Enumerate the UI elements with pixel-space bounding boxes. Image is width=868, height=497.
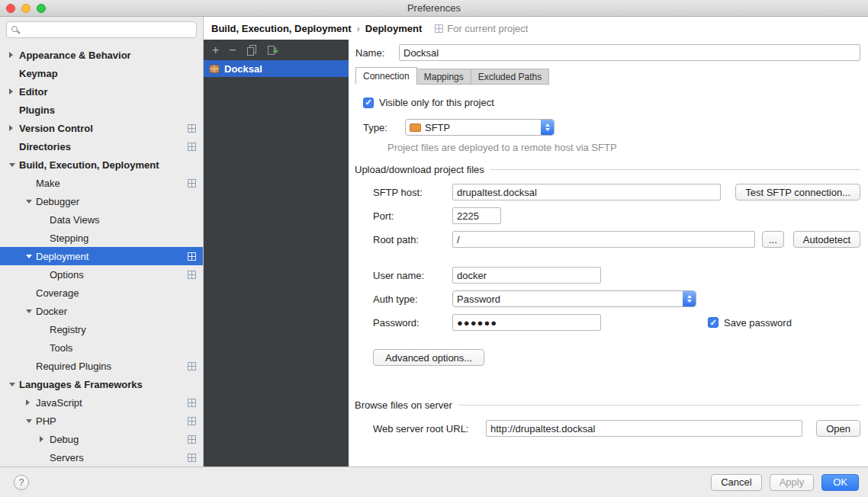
deployment-tabs: Connection Mappings Excluded Paths — [355, 67, 860, 85]
sidebar-item-servers[interactable]: Servers — [0, 448, 203, 467]
search-box[interactable] — [6, 21, 197, 38]
settings-tree: Appearance & Behavior Keymap Editor Plug… — [0, 42, 203, 467]
visible-only-checkbox[interactable]: ✓ — [363, 98, 374, 108]
save-password-label: Save password — [724, 317, 792, 329]
sidebar-item-editor[interactable]: Editor — [0, 82, 203, 101]
zoom-button[interactable] — [37, 4, 46, 13]
title-bar: Preferences — [0, 0, 868, 17]
chevron-down-icon[interactable] — [26, 419, 36, 423]
breadcrumb-section[interactable]: Build, Execution, Deployment — [211, 23, 351, 34]
help-button[interactable]: ? — [14, 475, 29, 490]
sidebar-item-keymap[interactable]: Keymap — [0, 64, 203, 82]
sidebar-item-deployment[interactable]: Deployment — [0, 247, 203, 265]
user-name-label: User name: — [373, 270, 452, 281]
tab-excluded-paths[interactable]: Excluded Paths — [471, 69, 549, 85]
current-project-icon — [188, 252, 196, 261]
dropdown-stepper-icon — [541, 120, 554, 135]
user-name-input[interactable] — [452, 267, 601, 284]
ok-button[interactable]: OK — [821, 474, 859, 491]
auth-type-value: Password — [457, 293, 500, 305]
sidebar-item-stepping[interactable]: Stepping — [0, 229, 203, 247]
sidebar-item-languages-frameworks[interactable]: Languages & Frameworks — [0, 375, 203, 393]
sidebar-item-options[interactable]: Options — [0, 265, 203, 284]
current-project-icon — [188, 271, 196, 279]
apply-button[interactable]: Apply — [770, 474, 815, 491]
sidebar-item-directories[interactable]: Directories — [0, 137, 203, 156]
add-server-icon[interactable]: + — [212, 44, 219, 56]
traffic-lights — [6, 4, 46, 13]
current-project-icon — [188, 435, 196, 444]
server-list-toolbar: + − — [204, 40, 349, 60]
import-icon[interactable] — [267, 45, 278, 56]
search-input[interactable] — [24, 24, 191, 35]
sidebar-item-debug[interactable]: Debug — [0, 430, 203, 448]
close-button[interactable] — [6, 4, 15, 13]
scope-label: For current project — [447, 23, 528, 34]
scope-indicator: For current project — [435, 23, 528, 34]
minimize-button[interactable] — [21, 4, 31, 13]
type-select[interactable]: SFTP — [405, 119, 555, 136]
breadcrumb-page: Deployment — [365, 23, 422, 34]
current-project-icon — [435, 24, 443, 33]
dialog-footer: ? Cancel Apply OK — [0, 467, 868, 497]
chevron-right-icon[interactable] — [26, 399, 36, 406]
sidebar-item-required-plugins[interactable]: Required Plugins — [0, 357, 203, 375]
server-list-panel: + − — [204, 40, 349, 467]
name-label: Name: — [355, 47, 399, 59]
chevron-right-icon[interactable] — [9, 125, 19, 131]
sftp-server-icon — [209, 64, 220, 74]
auth-type-select[interactable]: Password — [452, 290, 696, 307]
chevron-down-icon[interactable] — [26, 200, 36, 204]
advanced-options-button[interactable]: Advanced options... — [373, 349, 484, 366]
sidebar-item-make[interactable]: Make — [0, 174, 203, 192]
copy-icon[interactable] — [246, 45, 257, 56]
tab-connection[interactable]: Connection — [355, 67, 417, 85]
chevron-right-icon[interactable] — [40, 436, 50, 442]
password-input[interactable] — [452, 314, 601, 331]
auth-type-label: Auth type: — [373, 293, 452, 305]
name-input[interactable] — [399, 44, 860, 61]
port-input[interactable] — [452, 207, 501, 224]
open-button[interactable]: Open — [816, 420, 860, 437]
current-project-icon — [188, 143, 196, 151]
remove-server-icon[interactable]: − — [229, 44, 236, 56]
server-list-item-docksal[interactable]: Docksal — [204, 60, 349, 77]
chevron-down-icon[interactable] — [26, 255, 36, 258]
sidebar-item-registry[interactable]: Registry — [0, 320, 203, 338]
browse-root-path-button[interactable]: ... — [762, 231, 784, 248]
sidebar-item-version-control[interactable]: Version Control — [0, 119, 203, 137]
autodetect-button[interactable]: Autodetect — [793, 231, 860, 248]
sidebar-item-docker[interactable]: Docker — [0, 302, 203, 320]
sidebar-item-build-execution-deployment[interactable]: Build, Execution, Deployment — [0, 156, 203, 174]
save-password-checkbox[interactable]: ✓ — [708, 317, 719, 328]
settings-sidebar: Appearance & Behavior Keymap Editor Plug… — [0, 17, 204, 467]
sftp-host-label: SFTP host: — [373, 187, 452, 198]
visible-only-label: Visible only for this project — [379, 97, 494, 108]
web-root-label: Web server root URL: — [373, 423, 486, 434]
chevron-right-icon[interactable] — [9, 52, 19, 58]
port-label: Port: — [373, 210, 452, 222]
sidebar-item-php[interactable]: PHP — [0, 412, 203, 430]
test-sftp-connection-button[interactable]: Test SFTP connection... — [735, 184, 860, 200]
browse-section-title: Browse files on server — [355, 399, 452, 411]
sidebar-item-plugins[interactable]: Plugins — [0, 101, 203, 119]
sidebar-item-tools[interactable]: Tools — [0, 338, 203, 357]
cancel-button[interactable]: Cancel — [711, 474, 761, 491]
tab-mappings[interactable]: Mappings — [416, 69, 471, 85]
sidebar-item-debugger[interactable]: Debugger — [0, 192, 203, 210]
sftp-host-input[interactable] — [452, 184, 721, 200]
chevron-right-icon[interactable] — [9, 88, 19, 95]
sidebar-item-appearance-behavior[interactable]: Appearance & Behavior — [0, 46, 203, 64]
sidebar-item-coverage[interactable]: Coverage — [0, 284, 203, 302]
chevron-down-icon[interactable] — [9, 163, 19, 167]
root-path-input[interactable] — [452, 231, 755, 248]
web-root-input[interactable] — [486, 420, 802, 437]
chevron-down-icon[interactable] — [9, 383, 19, 386]
browse-section-separator: Browse files on server — [355, 399, 860, 411]
chevron-down-icon[interactable] — [26, 309, 36, 313]
sidebar-item-data-views[interactable]: Data Views — [0, 210, 203, 229]
sidebar-item-javascript[interactable]: JavaScript — [0, 393, 203, 412]
dropdown-stepper-icon — [683, 291, 696, 306]
current-project-icon — [188, 399, 196, 407]
current-project-icon — [188, 454, 196, 462]
